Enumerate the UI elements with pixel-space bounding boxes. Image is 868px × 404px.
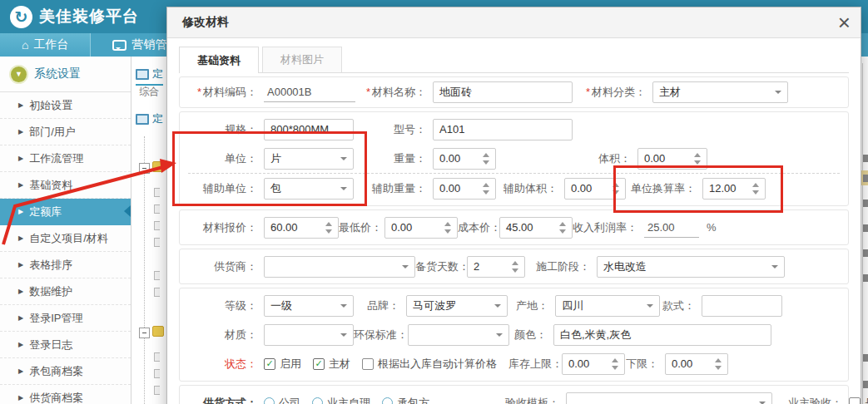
checkbox-main-material[interactable]: ✓主材: [313, 357, 350, 372]
spin-value: 0.00: [571, 182, 592, 195]
select-value: 主材: [659, 85, 681, 100]
label-text: 验收模板: [505, 397, 548, 404]
label-text: 环保标准: [354, 328, 397, 341]
label-text: 材质: [225, 328, 246, 341]
material-texture-select[interactable]: [264, 324, 354, 346]
bg-text-fragment: [863, 354, 868, 362]
chevron-down-icon: [340, 304, 347, 311]
spinner-up-icon[interactable]: [559, 222, 566, 226]
field-label-status: 状态：: [188, 357, 264, 372]
spinner-up-icon[interactable]: [694, 153, 701, 157]
radio-icon: [312, 397, 323, 404]
field-label: 环保标准：: [354, 328, 408, 342]
label-text: 下限: [626, 357, 647, 370]
label-text: 重量: [394, 152, 415, 165]
material-name-input[interactable]: 地面砖: [433, 81, 573, 103]
material-category-select[interactable]: 主材: [652, 81, 788, 103]
sidebar-item-login-log[interactable]: ▶登录日志: [0, 332, 131, 358]
spinner-arrows: [715, 358, 722, 370]
label-text: 库存上限: [508, 357, 552, 370]
aux-weight-stepper[interactable]: 0.00: [433, 178, 496, 200]
chevron-down-icon: [340, 333, 347, 340]
accept-template-select[interactable]: [566, 392, 772, 404]
spinner-up-icon[interactable]: [512, 261, 518, 265]
radio-label: 公司: [279, 396, 300, 404]
spinner-up-icon[interactable]: [715, 358, 722, 362]
field-label: 材质：: [188, 328, 264, 342]
quote-stepper[interactable]: 60.00: [264, 217, 339, 239]
spinner-up-icon[interactable]: [483, 183, 489, 187]
checkbox-label: 是: [865, 396, 868, 404]
field-label: 备货天数：: [415, 259, 467, 274]
weight-stepper[interactable]: 0.00: [433, 148, 496, 170]
spinner-up-icon[interactable]: [612, 358, 618, 362]
sidebar-item-login-ip[interactable]: ▶登录IP管理: [0, 305, 131, 332]
tree-node-fragment: [154, 386, 160, 395]
profit-rate-field: 25.00: [644, 218, 699, 238]
label-text: 材料名称: [372, 86, 415, 98]
label-text: 材料报价: [203, 221, 246, 234]
spinner-down-icon[interactable]: [612, 366, 618, 370]
checkbox-owner-accept-yes[interactable]: 是: [849, 396, 868, 404]
radio-company[interactable]: 公司: [264, 396, 300, 404]
spinner-down-icon[interactable]: [444, 229, 451, 234]
min-price-stepper[interactable]: 0.00: [384, 217, 458, 239]
model-input[interactable]: A101: [433, 119, 573, 140]
label-text: 品牌: [367, 299, 389, 312]
checkbox-enabled[interactable]: ✓启用: [264, 357, 301, 372]
construction-stage-select[interactable]: 水电改造: [597, 256, 785, 278]
stock-days-stepper[interactable]: 2: [467, 256, 525, 278]
checkbox-auto-price[interactable]: 根据出入库自动计算价格: [362, 357, 497, 372]
spinner-up-icon[interactable]: [483, 153, 489, 157]
brand-select[interactable]: 马可波罗: [406, 295, 508, 317]
spinner-down-icon[interactable]: [694, 160, 701, 165]
spinner-arrows: [512, 261, 518, 273]
tree-collapse-icon[interactable]: [139, 328, 150, 338]
spin-value: 60.00: [270, 221, 298, 234]
spin-value: 0.00: [672, 357, 692, 370]
radio-icon: [264, 397, 275, 404]
bg-text-fragment: [863, 249, 868, 257]
spinner-down-icon[interactable]: [483, 160, 489, 165]
radio-contractor[interactable]: 承包方: [382, 396, 429, 404]
stock-lower-stepper[interactable]: 0.00: [665, 353, 728, 375]
spinner-down-icon[interactable]: [483, 190, 489, 195]
origin-select[interactable]: 四川: [555, 295, 660, 317]
spinner-down-icon[interactable]: [325, 229, 332, 234]
field-label: 业主验收：: [772, 396, 849, 404]
spinner-up-icon[interactable]: [444, 222, 451, 226]
form-row: 等级： 一级 品牌： 马可波罗 产地： 四川 款式：: [188, 291, 840, 320]
sidebar-item-label: 登录日志: [29, 337, 72, 352]
supplier-select[interactable]: [264, 256, 415, 278]
spinner-down-icon[interactable]: [512, 269, 518, 273]
field-label: 最低价：: [339, 220, 384, 235]
sidebar-item-label: 承包商档案: [29, 364, 83, 379]
annotation-arrow: [0, 0, 191, 274]
tab-material-images[interactable]: 材料图片: [262, 47, 342, 72]
style-input[interactable]: [702, 295, 782, 317]
sidebar-item-data-maintenance[interactable]: ▶数据维护: [0, 278, 131, 305]
spin-value: 0.00: [568, 357, 589, 370]
required-mark: *: [586, 86, 590, 98]
field-label: 验收模板：: [441, 396, 566, 404]
grade-select[interactable]: 一级: [264, 295, 354, 317]
cost-price-stepper[interactable]: 45.00: [499, 217, 573, 239]
spin-value: 0.00: [644, 152, 665, 165]
sidebar-item-contractor-archive[interactable]: ▶承包商档案: [0, 358, 131, 385]
spinner-down-icon[interactable]: [559, 229, 566, 234]
spinner-down-icon[interactable]: [715, 366, 722, 370]
chevron-down-icon: [771, 265, 778, 272]
label-text: 体积: [598, 152, 620, 165]
close-icon[interactable]: ×: [838, 11, 851, 34]
bg-text-fragment: [863, 155, 868, 162]
field-label: 施工阶段：: [525, 259, 597, 274]
env-standard-select[interactable]: [408, 324, 509, 346]
spinner-up-icon[interactable]: [325, 222, 332, 226]
color-input[interactable]: 白色,米黄,灰色: [553, 324, 771, 346]
sidebar-item-supplier-archive[interactable]: ▶供货商档案: [0, 385, 131, 404]
form-group-identity: *材料编码： A00001B *材料名称： 地面砖 *材料分类： 主材: [179, 76, 849, 108]
chevron-down-icon: [402, 265, 409, 272]
checkbox-label: 启用: [280, 357, 301, 372]
stock-upper-stepper[interactable]: 0.00: [562, 353, 625, 375]
radio-owner-self[interactable]: 业主自理: [312, 396, 370, 404]
